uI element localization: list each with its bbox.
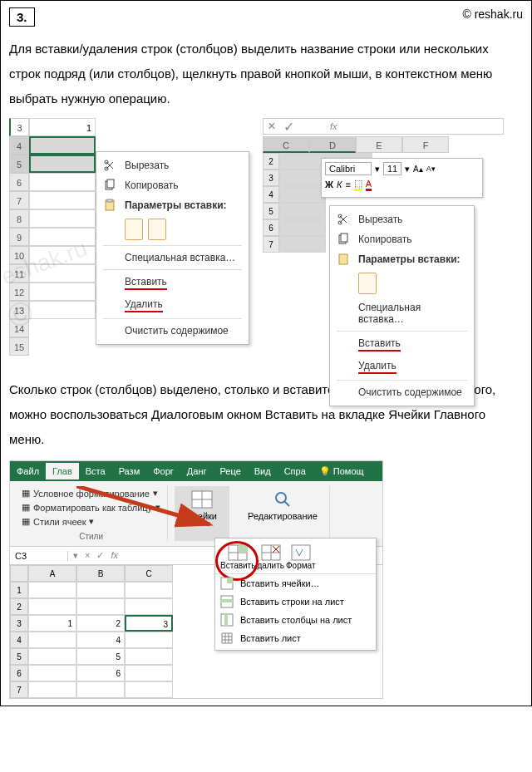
cell-b4[interactable]: 4 bbox=[76, 632, 125, 648]
cell[interactable] bbox=[125, 632, 173, 648]
row-hdr-4[interactable]: 4 bbox=[263, 186, 279, 203]
row-hdr-6[interactable]: 6 bbox=[263, 219, 279, 236]
delete-button[interactable]: далить bbox=[257, 544, 284, 570]
paste-option-2[interactable] bbox=[148, 219, 166, 240]
ctx-cut[interactable]: Вырезать bbox=[330, 209, 474, 229]
cell-a3[interactable]: 1 bbox=[29, 118, 96, 136]
cell-a11[interactable] bbox=[29, 264, 96, 283]
col-header-f[interactable]: F bbox=[402, 136, 449, 153]
cell-b6[interactable]: 6 bbox=[76, 665, 125, 681]
paste-option-1[interactable] bbox=[358, 273, 377, 294]
row-header-14[interactable]: 14 bbox=[9, 319, 29, 337]
editing-button[interactable]: Редактирование bbox=[243, 486, 323, 524]
rh-5[interactable]: 5 bbox=[10, 648, 28, 665]
dd-insert-sheet[interactable]: Вставить лист bbox=[215, 629, 376, 647]
corner[interactable] bbox=[10, 565, 28, 582]
cell[interactable] bbox=[125, 582, 173, 598]
cell[interactable] bbox=[125, 648, 173, 665]
rh-1[interactable]: 1 bbox=[10, 582, 28, 598]
format-as-table[interactable]: ▦Форматировать как таблицу ▾ bbox=[22, 500, 160, 514]
row-header-7[interactable]: 7 bbox=[9, 191, 29, 209]
cell-a5[interactable] bbox=[29, 155, 96, 173]
ch-c[interactable]: C bbox=[125, 565, 173, 582]
dd-insert-cols[interactable]: Вставить столбцы на лист bbox=[215, 611, 376, 629]
ctx-insert[interactable]: Вставить bbox=[330, 333, 474, 356]
tab-insert[interactable]: Вста bbox=[79, 463, 112, 479]
confirm-icon[interactable]: ✓ bbox=[96, 550, 104, 561]
cell[interactable] bbox=[279, 170, 326, 186]
ctx-paste-special[interactable]: Специальная вставка… bbox=[96, 248, 249, 268]
tab-layout[interactable]: Разм bbox=[112, 463, 147, 479]
cell-a6[interactable] bbox=[29, 173, 96, 191]
font-size-select[interactable]: 11 bbox=[383, 162, 401, 175]
row-header-5[interactable]: 5 bbox=[9, 155, 29, 173]
cell[interactable] bbox=[28, 632, 76, 648]
row-header-13[interactable]: 13 bbox=[9, 301, 29, 319]
row-hdr-2[interactable]: 2 bbox=[263, 153, 279, 170]
row-header-11[interactable]: 11 bbox=[9, 264, 29, 283]
cell-b3[interactable]: 2 bbox=[76, 615, 125, 632]
tab-review[interactable]: Реце bbox=[214, 463, 248, 479]
ch-b[interactable]: B bbox=[76, 565, 125, 582]
cell[interactable] bbox=[125, 681, 173, 698]
cell[interactable] bbox=[279, 219, 326, 236]
ctx-delete[interactable]: Удалить bbox=[96, 294, 249, 317]
cell-a8[interactable] bbox=[29, 209, 96, 228]
rh-6[interactable]: 6 bbox=[10, 665, 28, 681]
cell-a13[interactable] bbox=[29, 301, 96, 319]
cell-a9[interactable] bbox=[29, 228, 96, 246]
cell[interactable] bbox=[279, 186, 326, 203]
row-header-3[interactable]: 3 bbox=[9, 118, 29, 136]
bold-button[interactable]: Ж bbox=[325, 179, 333, 189]
italic-button[interactable]: К bbox=[337, 179, 342, 189]
cells-button[interactable]: Ячейки bbox=[181, 486, 222, 524]
tab-home[interactable]: Глав bbox=[46, 463, 79, 479]
ctx-paste-special[interactable]: Специальная вставка… bbox=[330, 297, 474, 329]
ctx-clear[interactable]: Очистить содержимое bbox=[330, 382, 474, 402]
cancel-icon[interactable]: × bbox=[85, 550, 90, 561]
row-header-15[interactable]: 15 bbox=[9, 337, 29, 356]
dd-insert-cells[interactable]: Вставить ячейки… bbox=[215, 574, 376, 593]
decrease-font-icon[interactable]: A▾ bbox=[426, 165, 436, 173]
paste-option-1[interactable] bbox=[125, 219, 143, 240]
cell[interactable] bbox=[28, 648, 76, 665]
cell-c3[interactable]: 3 bbox=[125, 615, 173, 632]
row-hdr-5[interactable]: 5 bbox=[263, 203, 279, 219]
font-color-icon[interactable]: A bbox=[366, 179, 372, 191]
row-header-4[interactable]: 4 bbox=[9, 136, 29, 155]
cell[interactable] bbox=[28, 582, 76, 598]
align-icon[interactable]: ≡ bbox=[345, 179, 350, 189]
fill-color-icon[interactable]: ⬚ bbox=[354, 178, 362, 191]
cell-a12[interactable] bbox=[29, 283, 96, 301]
insert-button[interactable]: Вставить bbox=[220, 544, 255, 570]
chevron-down-icon[interactable]: ▾ bbox=[375, 164, 380, 175]
rh-3[interactable]: 3 bbox=[10, 615, 28, 632]
fx-confirm-icon[interactable]: ✓ bbox=[280, 119, 297, 135]
font-name-select[interactable]: Calibri bbox=[325, 162, 372, 175]
dd-insert-rows[interactable]: Вставить строки на лист bbox=[215, 593, 376, 611]
cell-styles[interactable]: ▦Стили ячеек ▾ bbox=[22, 514, 160, 529]
dropdown-icon[interactable]: ▾ bbox=[73, 550, 78, 561]
cell-a3[interactable]: 1 bbox=[28, 615, 76, 632]
name-box[interactable]: C3 bbox=[10, 551, 68, 561]
rh-7[interactable]: 7 bbox=[10, 681, 28, 698]
cell[interactable] bbox=[76, 681, 125, 698]
col-header-e[interactable]: E bbox=[356, 136, 402, 153]
ch-a[interactable]: A bbox=[28, 565, 76, 582]
tab-view[interactable]: Вид bbox=[248, 463, 278, 479]
cell[interactable] bbox=[28, 665, 76, 681]
cell[interactable] bbox=[279, 203, 326, 219]
cell[interactable] bbox=[279, 153, 326, 170]
tab-formulas[interactable]: Форг bbox=[146, 463, 180, 479]
rh-2[interactable]: 2 bbox=[10, 598, 28, 615]
fx-cancel-icon[interactable]: × bbox=[264, 119, 280, 134]
row-header-12[interactable]: 12 bbox=[9, 283, 29, 301]
cell[interactable] bbox=[76, 598, 125, 615]
cell-a4[interactable] bbox=[29, 136, 96, 155]
ctx-cut[interactable]: Вырезать bbox=[96, 155, 249, 175]
row-header-8[interactable]: 8 bbox=[9, 209, 29, 228]
increase-font-icon[interactable]: A▴ bbox=[413, 165, 423, 174]
col-header-d[interactable]: D bbox=[309, 136, 356, 153]
cell[interactable] bbox=[279, 236, 326, 253]
cell[interactable] bbox=[28, 681, 76, 698]
